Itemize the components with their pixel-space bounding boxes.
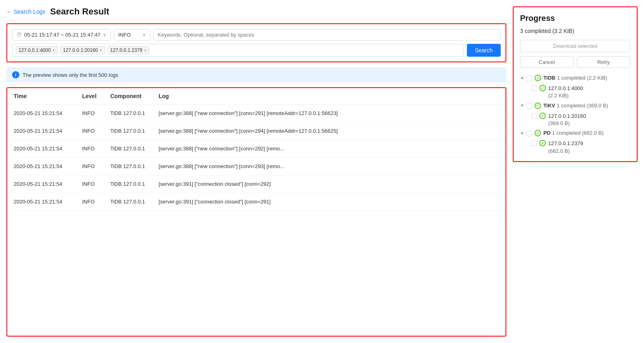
table-row: 2020-05-21 15:21:54 INFO TiDB 127.0.0.1 … — [7, 175, 506, 193]
tree-checkbox-parent-2[interactable] — [526, 131, 532, 136]
tree-checkbox-child-0-0[interactable] — [531, 85, 537, 91]
cell-time-3: 2020-05-21 15:21:54 — [7, 158, 76, 175]
cell-component-3: TiDB 127.0.0.1 — [104, 158, 152, 175]
tag-label-1: 127.0.0.1:20160 — [63, 47, 98, 53]
cell-time-0: 2020-05-21 15:21:54 — [7, 105, 76, 122]
tree-checkbox-parent-1[interactable] — [526, 103, 532, 109]
cell-component-5: TiDB 127.0.0.1 — [104, 193, 152, 211]
col-header-level: Level — [76, 88, 104, 105]
download-selected-button[interactable]: Download selected — [520, 40, 630, 52]
tree-check-circle-2 — [535, 130, 541, 136]
table-row: 2020-05-21 15:21:54 INFO TiDB 127.0.0.1 … — [7, 158, 506, 175]
cell-time-4: 2020-05-21 15:21:54 — [7, 175, 76, 193]
tree-check-circle-0 — [535, 75, 541, 81]
tree-group-name-2: PD 1 completed (682.0 B) — [543, 129, 604, 137]
level-select[interactable]: INFO ∨ — [114, 29, 150, 41]
tree-child-label-2-0: 127.0.0.1:2379(682.0 B) — [548, 140, 583, 154]
table-row: 2020-05-21 15:21:54 INFO TiDB 127.0.0.1 … — [7, 122, 506, 140]
tag-2: 127.0.0.1:2379 × — [107, 46, 150, 54]
tree-check-circle-child-0-0 — [539, 85, 546, 91]
progress-summary: 3 completed (3.2 KiB) — [520, 28, 630, 34]
info-icon: i — [12, 71, 19, 78]
log-table-container: 3 Time Level Component Log 2020-05-21 15… — [6, 87, 506, 337]
tree-parent-0: ▼ TiDB 1 completed (2.2 KiB) — [520, 74, 630, 82]
search-row-1: ⏱ 05-21 15:17:47 ~ 05-21 15:47:47 ∨ INFO… — [12, 29, 501, 41]
cell-level-1: INFO — [76, 122, 104, 140]
col-header-time: Time — [7, 88, 76, 105]
cell-log-5: [server.go:391] ["connection closed"] [c… — [152, 193, 506, 211]
cell-level-3: INFO — [76, 158, 104, 175]
tree-check-circle-child-1-0 — [539, 113, 546, 119]
tag-close-2[interactable]: × — [144, 48, 147, 53]
tree-check-circle-child-2-0 — [539, 140, 546, 146]
tags-container: 127.0.0.1:4000 × 127.0.0.1:20160 × 127.0… — [12, 44, 464, 57]
table-row: 2020-05-21 15:21:54 INFO TiDB 127.0.0.1 … — [7, 105, 506, 122]
tree-child-label-0-0: 127.0.0.1:4000(2.2 KiB) — [548, 85, 583, 99]
cell-component-2: TiDB 127.0.0.1 — [104, 140, 152, 158]
cell-log-1: [server.go:388] ["new connection"] [conn… — [152, 122, 506, 140]
tree-chevron-2[interactable]: ▼ — [520, 131, 524, 136]
tree-group-2: ▼ PD 1 completed (682.0 B) 127.0.0.1:237… — [520, 129, 630, 155]
time-picker[interactable]: ⏱ 05-21 15:17:47 ~ 05-21 15:47:47 ∨ — [12, 29, 111, 41]
tree-group-1: ▼ TiKV 1 completed (369.0 B) 127.0.0.1:2… — [520, 102, 630, 127]
tree-check-circle-1 — [535, 103, 541, 109]
cell-level-5: INFO — [76, 193, 104, 211]
tree-chevron-1[interactable]: ▼ — [520, 103, 524, 108]
tree-group-name-1: TiKV 1 completed (369.0 B) — [543, 102, 608, 109]
back-arrow-icon: ← — [6, 8, 12, 15]
tree-parent-2: ▼ PD 1 completed (682.0 B) — [520, 129, 630, 137]
page-title: Search Result — [50, 6, 109, 17]
level-chevron-icon: ∨ — [142, 32, 146, 37]
table-row: 2020-05-21 15:21:54 INFO TiDB 127.0.0.1 … — [7, 193, 506, 211]
cell-log-2: [server.go:388] ["new connection"] [conn… — [152, 140, 506, 158]
tree-checkbox-child-1-0[interactable] — [531, 113, 537, 119]
main-area: ← Search Logs Search Result ⏱ 05-21 15:1… — [6, 6, 506, 337]
progress-title: Progress — [520, 14, 630, 23]
time-chevron-icon: ∨ — [103, 32, 106, 37]
cell-time-1: 2020-05-21 15:21:54 — [7, 122, 76, 140]
time-range-value: 05-21 15:17:47 ~ 05-21 15:47:47 — [24, 32, 101, 38]
cell-component-4: TiDB 127.0.0.1 — [104, 175, 152, 193]
search-button[interactable]: Search — [467, 44, 501, 57]
progress-panel: Progress 3 completed (3.2 KiB) Download … — [513, 6, 638, 162]
progress-tree: ▼ TiDB 1 completed (2.2 KiB) 127.0.0.1:4… — [520, 74, 630, 155]
tag-1: 127.0.0.1:20160 × — [60, 46, 105, 54]
tree-checkbox-parent-0[interactable] — [526, 76, 532, 81]
tree-child-1-0: 127.0.0.1:20160(369.0 B) — [531, 113, 630, 127]
tree-chevron-0[interactable]: ▼ — [520, 76, 524, 80]
tag-label-2: 127.0.0.1:2379 — [110, 47, 142, 53]
cell-time-2: 2020-05-21 15:21:54 — [7, 140, 76, 158]
cell-component-1: TiDB 127.0.0.1 — [104, 122, 152, 140]
col-header-component: Component — [104, 88, 152, 105]
cell-log-3: [server.go:388] ["new connection"] [conn… — [152, 158, 506, 175]
clock-icon: ⏱ — [17, 32, 22, 38]
tag-close-1[interactable]: × — [99, 48, 102, 53]
tree-group-name-0: TiDB 1 completed (2.2 KiB) — [543, 74, 607, 82]
table-row: 2020-05-21 15:21:54 INFO TiDB 127.0.0.1 … — [7, 140, 506, 158]
cancel-button[interactable]: Cancel — [520, 56, 574, 68]
header: ← Search Logs Search Result — [6, 6, 506, 17]
search-box: ⏱ 05-21 15:17:47 ~ 05-21 15:47:47 ∨ INFO… — [6, 23, 506, 62]
log-table: Time Level Component Log 2020-05-21 15:2… — [7, 88, 506, 211]
tree-child-label-1-0: 127.0.0.1:20160(369.0 B) — [548, 113, 586, 127]
tag-0: 127.0.0.1:4000 × — [16, 46, 58, 54]
cell-component-0: TiDB 127.0.0.1 — [104, 105, 152, 122]
tree-child-2-0: 127.0.0.1:2379(682.0 B) — [531, 140, 630, 154]
tag-close-0[interactable]: × — [52, 48, 55, 53]
cell-log-0: [server.go:388] ["new connection"] [conn… — [152, 105, 506, 122]
tree-parent-1: ▼ TiKV 1 completed (369.0 B) — [520, 102, 630, 109]
cell-level-4: INFO — [76, 175, 104, 193]
back-link[interactable]: ← Search Logs — [6, 8, 45, 15]
keywords-input[interactable] — [153, 29, 501, 41]
tree-child-0-0: 127.0.0.1:4000(2.2 KiB) — [531, 85, 630, 99]
retry-button[interactable]: Retry — [577, 56, 630, 68]
back-label: Search Logs — [14, 8, 45, 15]
cell-log-4: [server.go:391] ["connection closed"] [c… — [152, 175, 506, 193]
cell-level-0: INFO — [76, 105, 104, 122]
info-banner-text: The preview shows only the first 500 log… — [23, 72, 118, 78]
col-header-log: Log — [152, 88, 506, 105]
tag-label-0: 127.0.0.1:4000 — [19, 47, 51, 53]
search-row-2: 127.0.0.1:4000 × 127.0.0.1:20160 × 127.0… — [12, 44, 501, 57]
tree-checkbox-child-2-0[interactable] — [531, 140, 537, 146]
cell-time-5: 2020-05-21 15:21:54 — [7, 193, 76, 211]
